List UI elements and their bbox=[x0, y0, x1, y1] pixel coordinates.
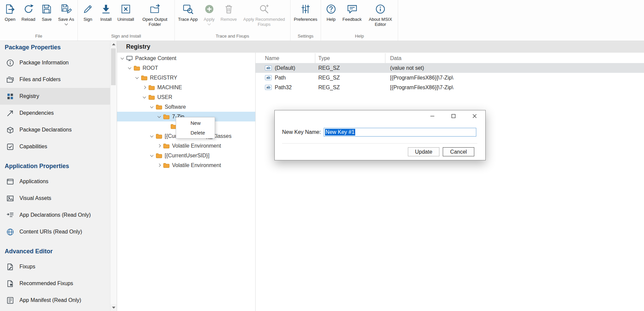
scroll-down-button[interactable] bbox=[110, 304, 117, 311]
tree-item-currentusersid[interactable]: [{CurrentUserSID}] bbox=[117, 151, 255, 160]
folder-icon bbox=[163, 163, 170, 168]
sidebar-scrollbar[interactable] bbox=[110, 41, 117, 311]
chevron-down-icon[interactable] bbox=[150, 154, 153, 157]
about-msix-editor-button[interactable]: About MSIX Editor bbox=[364, 0, 397, 28]
chevron-down-icon[interactable] bbox=[128, 66, 131, 69]
folder-icon bbox=[133, 65, 140, 71]
save-as-icon bbox=[60, 2, 72, 16]
table-header: Name Type Data bbox=[256, 53, 644, 63]
feedback-button[interactable]: Feedback bbox=[340, 0, 364, 22]
open-icon bbox=[4, 2, 16, 16]
update-button[interactable]: Update bbox=[408, 147, 439, 156]
column-header-name[interactable]: Name bbox=[256, 53, 315, 63]
uninstall-icon bbox=[120, 2, 131, 16]
sidebar-item-fixups[interactable]: Fixups bbox=[0, 258, 110, 275]
apply-button-label: Apply bbox=[204, 17, 215, 22]
fixups-icon bbox=[6, 262, 14, 271]
sidebar-item-dependencies[interactable]: Dependencies bbox=[0, 105, 110, 121]
section-title-package-properties: Package Properties bbox=[0, 41, 110, 54]
trace-app-icon bbox=[182, 2, 194, 16]
remove-button-label: Remove bbox=[221, 17, 237, 22]
sidebar-item-registry[interactable]: Registry bbox=[0, 88, 110, 105]
app-declarations-icon bbox=[6, 211, 14, 219]
sidebar-item-label: App Declarations (Read Only) bbox=[19, 212, 91, 218]
sign-button[interactable]: Sign bbox=[79, 0, 97, 22]
uninstall-button[interactable]: Uninstall bbox=[115, 0, 137, 22]
ribbon-group-sign-and-install: Sign Install Uninstall Open Output Folde… bbox=[78, 0, 175, 41]
column-header-data[interactable]: Data bbox=[385, 53, 644, 63]
save-as-button[interactable]: Save As bbox=[56, 0, 76, 25]
close-button[interactable] bbox=[472, 113, 477, 119]
chevron-right-icon[interactable] bbox=[157, 144, 161, 148]
chevron-right-icon[interactable] bbox=[143, 86, 146, 89]
preferences-button-label: Preferences bbox=[294, 17, 317, 22]
tree-item-volatile-environment-2[interactable]: Volatile Environment bbox=[117, 160, 255, 170]
scrollbar-thumb[interactable] bbox=[111, 48, 116, 85]
open-output-folder-button[interactable]: Open Output Folder bbox=[137, 0, 173, 28]
chevron-down-icon[interactable] bbox=[143, 95, 146, 99]
chevron-down-icon[interactable] bbox=[135, 76, 139, 79]
tree-item-package-content[interactable]: Package Content bbox=[117, 53, 255, 63]
tree-item-machine[interactable]: MACHINE bbox=[117, 83, 255, 92]
sidebar-item-content-uris[interactable]: Content URIs (Read Only) bbox=[0, 223, 110, 240]
table-row-path32[interactable]: abPath32 REG_SZ [{ProgramFilesX86}]\7-Zi… bbox=[256, 83, 644, 92]
new-key-name-input[interactable]: New Key #1 bbox=[324, 128, 476, 137]
sidebar-item-app-declarations[interactable]: App Declarations (Read Only) bbox=[0, 207, 110, 223]
table-row-path[interactable]: abPath REG_SZ [{ProgramFilesX86}]\7-Zip\ bbox=[256, 73, 644, 83]
save-icon bbox=[41, 2, 52, 16]
remove-icon bbox=[223, 2, 234, 16]
sidebar-item-app-manifest[interactable]: App Manifest (Read Only) bbox=[0, 292, 110, 309]
preferences-button[interactable]: Preferences bbox=[291, 0, 320, 22]
sidebar-item-visual-assets[interactable]: Visual Assets bbox=[0, 190, 110, 207]
trace-app-button[interactable]: Trace App bbox=[176, 0, 200, 22]
minimize-button[interactable] bbox=[430, 113, 435, 119]
apply-recommended-fixups-button[interactable]: Apply Recommended Fixups bbox=[239, 0, 289, 28]
capabilities-icon bbox=[6, 142, 14, 151]
maximize-button[interactable] bbox=[451, 113, 456, 119]
folder-icon bbox=[148, 85, 155, 90]
install-button[interactable]: Install bbox=[97, 0, 115, 22]
column-header-type[interactable]: Type bbox=[315, 53, 385, 63]
chevron-down-icon[interactable] bbox=[150, 105, 153, 108]
tree-item-label: REGISTRY bbox=[150, 75, 177, 81]
open-output-folder-icon bbox=[149, 2, 161, 16]
tree-item-software[interactable]: Software bbox=[117, 102, 255, 112]
reload-button[interactable]: Reload bbox=[19, 0, 38, 22]
triangle-up-icon bbox=[112, 43, 115, 45]
tree-item-root[interactable]: ROOT bbox=[117, 63, 255, 73]
ribbon-group-label-trace-and-fixups: Trace and Fixups bbox=[176, 33, 289, 41]
sidebar-item-label: Recommended Fixups bbox=[19, 280, 73, 287]
about-icon bbox=[375, 2, 386, 16]
tree-item-registry[interactable]: REGISTRY bbox=[117, 73, 255, 83]
save-button[interactable]: Save bbox=[38, 0, 56, 22]
registry-values-table: Name Type Data ab(Default) REG_SZ (value… bbox=[256, 53, 644, 311]
sidebar-item-package-information[interactable]: Package Information bbox=[0, 54, 110, 71]
apply-button[interactable]: Apply bbox=[200, 0, 218, 25]
help-button[interactable]: Help bbox=[322, 0, 340, 22]
tree-item-volatile-environment-1[interactable]: Volatile Environment bbox=[117, 141, 255, 151]
chevron-down-icon[interactable] bbox=[120, 56, 124, 60]
chevron-down-icon[interactable] bbox=[150, 134, 153, 138]
feedback-button-label: Feedback bbox=[342, 17, 362, 22]
msix-editor-window: Open Reload Save Save As File bbox=[0, 0, 644, 311]
chevron-right-icon[interactable] bbox=[157, 164, 161, 167]
tree-item-user[interactable]: USER bbox=[117, 92, 255, 102]
sidebar-item-capabilities[interactable]: Capabilities bbox=[0, 138, 110, 155]
table-row-default[interactable]: ab(Default) REG_SZ (value not set) bbox=[256, 63, 644, 73]
value-type: REG_SZ bbox=[315, 75, 385, 81]
sidebar-item-recommended-fixups[interactable]: Recommended Fixups bbox=[0, 275, 110, 292]
about-msix-editor-label: About MSIX Editor bbox=[366, 17, 394, 27]
cancel-button[interactable]: Cancel bbox=[443, 147, 474, 156]
scroll-up-button[interactable] bbox=[110, 41, 117, 48]
open-button[interactable]: Open bbox=[1, 0, 19, 22]
sidebar-item-applications[interactable]: Applications bbox=[0, 173, 110, 190]
sidebar-item-files-and-folders[interactable]: Files and Folders bbox=[0, 71, 110, 88]
new-key-name-label: New Key Name: bbox=[282, 129, 321, 135]
chevron-down-icon[interactable] bbox=[157, 115, 161, 118]
uninstall-button-label: Uninstall bbox=[117, 17, 134, 22]
apply-recommended-fixups-label: Apply Recommended Fixups bbox=[241, 17, 287, 27]
sidebar-item-package-declarations[interactable]: Package Declarations bbox=[0, 121, 110, 138]
context-menu-item-new[interactable]: New bbox=[176, 118, 215, 128]
remove-button[interactable]: Remove bbox=[218, 0, 239, 22]
context-menu-item-delete[interactable]: Delete bbox=[176, 128, 215, 138]
